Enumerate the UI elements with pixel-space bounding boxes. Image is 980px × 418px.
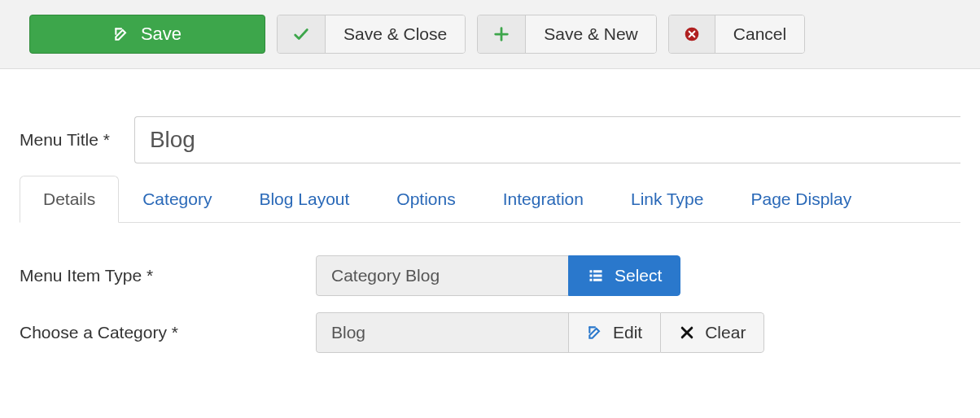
menu-title-input[interactable] bbox=[134, 116, 960, 163]
edit-icon bbox=[587, 324, 603, 341]
save-new-button[interactable]: Save & New bbox=[477, 15, 657, 54]
tab-category[interactable]: Category bbox=[119, 176, 235, 223]
check-icon bbox=[278, 15, 326, 53]
choose-category-value: Blog bbox=[316, 312, 568, 353]
tab-details[interactable]: Details bbox=[20, 176, 119, 223]
select-type-button[interactable]: Select bbox=[568, 255, 680, 296]
choose-category-group: Blog Edit Clear bbox=[316, 312, 764, 353]
menu-title-row: Menu Title * bbox=[20, 116, 960, 163]
menu-item-type-group: Category Blog Select bbox=[316, 255, 680, 296]
clear-category-button[interactable]: Clear bbox=[660, 312, 764, 353]
tab-blog-layout[interactable]: Blog Layout bbox=[235, 176, 373, 223]
svg-rect-6 bbox=[593, 270, 602, 272]
tab-link-type[interactable]: Link Type bbox=[607, 176, 728, 223]
pencil-square-icon bbox=[113, 26, 129, 42]
menu-title-label: Menu Title * bbox=[20, 130, 110, 150]
form-area: Menu Title * Details Category Blog Layou… bbox=[0, 69, 980, 385]
tab-page-display[interactable]: Page Display bbox=[727, 176, 875, 223]
select-type-label: Select bbox=[615, 266, 662, 285]
cancel-label: Cancel bbox=[715, 15, 804, 53]
svg-rect-8 bbox=[593, 275, 602, 277]
menu-item-type-label: Menu Item Type * bbox=[20, 266, 296, 285]
tab-integration[interactable]: Integration bbox=[479, 176, 607, 223]
tab-options[interactable]: Options bbox=[373, 176, 479, 223]
toolbar: Save Save & Close Save & New Cancel bbox=[0, 0, 980, 69]
edit-category-label: Edit bbox=[613, 323, 642, 342]
choose-category-label: Choose a Category * bbox=[20, 323, 296, 342]
svg-rect-5 bbox=[590, 270, 593, 272]
tabs: Details Category Blog Layout Options Int… bbox=[20, 175, 960, 223]
svg-rect-7 bbox=[590, 275, 593, 277]
cancel-button[interactable]: Cancel bbox=[668, 15, 805, 54]
menu-item-type-row: Menu Item Type * Category Blog Select bbox=[20, 255, 960, 296]
list-icon bbox=[587, 268, 605, 283]
save-close-label: Save & Close bbox=[326, 15, 465, 53]
choose-category-row: Choose a Category * Blog Edit Clear bbox=[20, 312, 960, 353]
plus-icon bbox=[478, 15, 526, 53]
clear-icon bbox=[679, 324, 695, 341]
cancel-icon bbox=[669, 15, 715, 53]
svg-rect-9 bbox=[590, 279, 593, 281]
save-button-label: Save bbox=[141, 24, 182, 45]
svg-rect-10 bbox=[593, 279, 602, 281]
save-close-button[interactable]: Save & Close bbox=[277, 15, 466, 54]
edit-category-button[interactable]: Edit bbox=[568, 312, 660, 353]
save-new-label: Save & New bbox=[526, 15, 656, 53]
menu-item-type-value: Category Blog bbox=[316, 255, 568, 296]
save-button[interactable]: Save bbox=[29, 15, 265, 54]
tab-content-details: Menu Item Type * Category Blog Select Ch… bbox=[20, 223, 960, 385]
clear-category-label: Clear bbox=[705, 323, 746, 342]
